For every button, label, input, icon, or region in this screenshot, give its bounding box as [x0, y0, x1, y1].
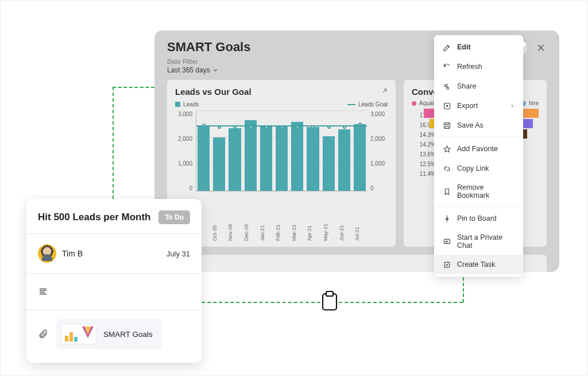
goal-marker	[311, 125, 315, 129]
legend-leads-label: Leads	[183, 101, 199, 108]
goal-marker	[218, 125, 221, 129]
menu-add-favorite[interactable]: Add Favorite	[434, 139, 523, 159]
refresh-icon	[442, 62, 451, 71]
connector-segment	[202, 302, 320, 303]
x-tick: Jun-21	[339, 217, 351, 241]
svg-rect-5	[444, 122, 450, 128]
x-tick: Apr-21	[307, 217, 319, 241]
paperclip-icon	[38, 329, 48, 339]
pin-icon	[442, 214, 451, 223]
menu-item-label: Export	[457, 102, 478, 110]
menu-copy-link[interactable]: Copy Link	[434, 159, 523, 178]
chart-bar	[260, 125, 272, 191]
chart-bar	[354, 124, 366, 191]
svg-rect-6	[444, 239, 450, 244]
goal-marker	[296, 125, 299, 129]
y-tick: 1,000	[370, 160, 388, 167]
chart-bar	[291, 122, 303, 191]
task-icon	[442, 260, 451, 269]
task-due-date: July 31	[167, 250, 190, 258]
star-icon	[442, 144, 451, 154]
link-icon	[442, 164, 451, 173]
export-icon	[442, 101, 451, 110]
connector-segment	[113, 87, 114, 199]
y-tick: 3,000	[370, 111, 388, 117]
chart-plot	[196, 111, 367, 191]
menu-item-label: Share	[457, 82, 476, 90]
menu-pin-to-board[interactable]: Pin to Board	[434, 209, 523, 228]
menu-item-label: Remove Bookmark	[457, 183, 515, 199]
chart-bar	[198, 125, 210, 191]
chat-icon	[442, 237, 451, 246]
menu-item-label: Copy Link	[457, 164, 489, 172]
avatar	[38, 244, 56, 263]
goal-marker	[343, 125, 346, 129]
chart-bar	[229, 128, 241, 191]
attachment-thumbnail	[61, 324, 96, 344]
connector-segment	[113, 87, 154, 88]
y-tick: 0	[175, 185, 192, 191]
goal-marker	[249, 125, 253, 129]
x-tick: Jul-21	[354, 217, 367, 241]
chevron-right-icon	[509, 103, 515, 109]
chart-bar	[307, 127, 319, 191]
y-tick: 2,000	[370, 136, 388, 142]
conversion-legend-3: hire	[529, 100, 539, 106]
x-axis: Sep-20Oct-20Nov-20Dec-20Jan-21Feb-21Mar-…	[196, 217, 367, 241]
chevron-down-icon	[212, 67, 218, 73]
menu-item-label: Pin to Board	[457, 214, 497, 222]
task-card: Hit 500 Leads per Month To Do Tim B July…	[26, 199, 202, 363]
menu-save-as[interactable]: Save As	[434, 116, 523, 135]
share-icon	[442, 82, 451, 91]
clipboard-icon	[320, 290, 339, 312]
save-icon	[442, 121, 451, 130]
task-assignee[interactable]: Tim B	[38, 244, 83, 263]
pencil-icon	[442, 43, 451, 52]
leads-chart: 3,0002,0001,0000 3,0002,0001,0000	[175, 111, 388, 214]
attachment-label: SMART Goals	[103, 330, 153, 339]
y-tick: 0	[370, 185, 388, 191]
y-tick: 1,000	[175, 160, 192, 167]
chart-bar	[213, 137, 225, 191]
x-tick: Mar-21	[291, 217, 304, 241]
close-button[interactable]	[533, 40, 549, 56]
legend-leads-goal: Leads Goal	[347, 101, 388, 108]
menu-share[interactable]: Share	[434, 76, 523, 96]
x-tick: Nov-20	[227, 217, 240, 241]
x-tick: Oct-20	[212, 217, 225, 241]
task-attachment[interactable]: SMART Goals	[56, 319, 162, 349]
chart-bar	[276, 125, 288, 191]
goal-marker	[233, 125, 237, 129]
menu-item-label: Create Task	[457, 260, 495, 268]
legend-leads: Leads	[175, 101, 199, 108]
menu-item-label: Save As	[457, 121, 483, 129]
task-assignee-name: Tim B	[62, 249, 83, 258]
y-tick: 2,000	[175, 136, 192, 142]
context-menu: EditRefreshShareExportSave AsAdd Favorit…	[434, 35, 523, 277]
menu-edit[interactable]: Edit	[434, 37, 523, 57]
goal-marker	[265, 125, 268, 129]
description-icon[interactable]	[38, 286, 48, 297]
menu-create-task[interactable]: Create Task	[434, 255, 523, 274]
menu-start-a-private-chat[interactable]: Start a Private Chat	[434, 228, 523, 255]
bookmark-icon	[442, 187, 451, 196]
task-title: Hit 500 Leads per Month	[38, 212, 150, 223]
close-icon	[536, 43, 546, 52]
task-status-badge[interactable]: To Do	[158, 210, 190, 224]
leads-panel-title: Leads vs Our Goal	[175, 87, 388, 97]
menu-refresh[interactable]: Refresh	[434, 57, 523, 76]
svg-point-3	[444, 85, 447, 87]
svg-rect-9	[326, 291, 333, 296]
y-tick: 3,000	[175, 111, 192, 117]
goal-marker	[280, 125, 284, 129]
x-tick: Dec-20	[243, 217, 256, 241]
menu-export[interactable]: Export	[434, 96, 523, 116]
goal-marker	[358, 122, 362, 126]
x-tick: May-21	[323, 217, 335, 241]
chart-bar	[323, 136, 335, 191]
date-filter-text: Last 365 days	[167, 66, 210, 74]
menu-remove-bookmark[interactable]: Remove Bookmark	[434, 178, 523, 205]
expand-icon[interactable]	[381, 87, 389, 95]
legend-goal-label: Leads Goal	[358, 101, 388, 108]
goal-marker	[327, 125, 331, 129]
